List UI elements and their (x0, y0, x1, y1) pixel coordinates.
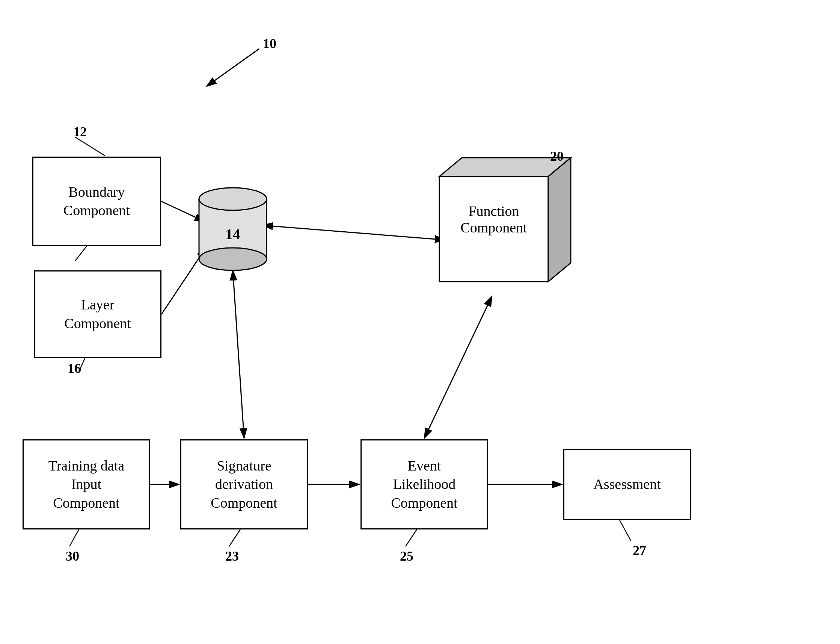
svg-line-16 (229, 529, 240, 546)
svg-line-15 (69, 529, 79, 546)
number-10: 10 (263, 36, 276, 51)
signature-derivation-label: SignaturederivationComponent (210, 457, 277, 512)
function-component-label: FunctionComponent (443, 203, 544, 236)
svg-line-3 (75, 244, 88, 261)
svg-marker-24 (548, 158, 571, 282)
svg-line-13 (75, 137, 105, 156)
layer-component-box: LayerComponent (34, 270, 161, 358)
number-20: 20 (550, 148, 564, 164)
database-label: 14 (195, 225, 270, 243)
assessment-label: Assessment (593, 475, 661, 493)
svg-line-2 (207, 49, 259, 86)
layer-component-label: LayerComponent (64, 296, 131, 333)
svg-line-8 (233, 270, 244, 438)
signature-derivation-box: SignaturederivationComponent (180, 439, 308, 529)
svg-point-20 (199, 248, 266, 270)
number-30: 30 (66, 548, 79, 564)
boundary-component-label: BoundaryComponent (64, 183, 130, 220)
svg-line-9 (424, 296, 492, 438)
number-23: 23 (225, 548, 239, 564)
number-16: 16 (67, 360, 81, 376)
svg-line-17 (406, 529, 417, 546)
svg-line-7 (263, 225, 445, 240)
svg-point-21 (199, 188, 266, 210)
training-data-label: Training dataInputComponent (48, 457, 124, 512)
event-likelihood-box: EventLikelihoodComponent (360, 439, 488, 529)
assessment-box: Assessment (563, 449, 691, 520)
number-27: 27 (633, 543, 646, 559)
svg-line-18 (620, 520, 631, 541)
event-likelihood-label: EventLikelihoodComponent (391, 457, 457, 512)
boundary-component-box: BoundaryComponent (32, 156, 161, 246)
number-25: 25 (400, 548, 413, 564)
function-component-cube: FunctionComponent (432, 154, 582, 301)
database-cylinder: 14 (195, 184, 270, 274)
training-data-box: Training dataInputComponent (23, 439, 150, 529)
diagram: 10 BoundaryComponent 12 LayerComponent 1… (0, 0, 840, 644)
number-12: 12 (73, 124, 87, 140)
